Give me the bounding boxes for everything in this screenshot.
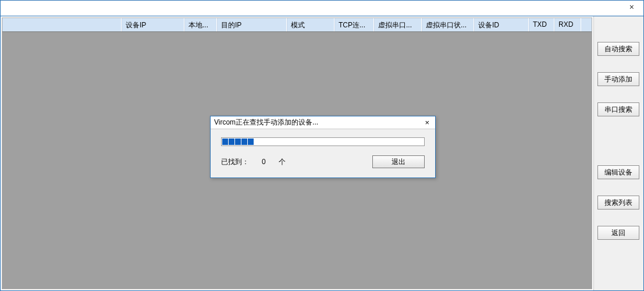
manual-add-button[interactable]: 手动添加 [597,72,639,86]
found-unit: 个 [279,157,286,167]
grid-header: 设备IP本地...目的IP模式TCP连...虚拟串口...虚拟串口状...设备I… [2,18,592,32]
found-label: 已找到： [221,157,249,167]
auto-search-button[interactable]: 自动搜索 [597,42,639,56]
dialog-body: 已找到： 0 个 退出 [211,129,435,178]
close-icon[interactable]: × [625,2,639,12]
column-header[interactable]: TCP连... [335,18,374,31]
progress-block [235,139,241,145]
column-header[interactable]: TXD [529,18,554,31]
column-header[interactable]: 目的IP [217,18,287,31]
found-text: 已找到： 0 个 [221,157,286,167]
progress-block [241,139,247,145]
progress-block [222,139,228,145]
progress-bar [221,137,425,146]
column-header[interactable]: 虚拟串口... [374,18,422,31]
dialog-row: 已找到： 0 个 退出 [221,155,425,168]
searching-dialog: Vircom正在查找手动添加的设备... × 已找到： 0 个 退出 [210,116,436,178]
dialog-close-icon[interactable]: × [422,118,432,127]
serial-search-button[interactable]: 串口搜索 [597,102,639,116]
exit-button[interactable]: 退出 [372,155,425,168]
sidebar: 自动搜索 手动添加 串口搜索 编辑设备 搜索列表 返回 [593,16,643,290]
found-count: 0 [262,158,266,166]
back-button[interactable]: 返回 [597,226,639,240]
column-header[interactable]: 虚拟串口状... [422,18,474,31]
column-header[interactable]: 设备IP [122,18,184,31]
edit-device-button[interactable]: 编辑设备 [597,165,639,179]
search-list-button[interactable]: 搜索列表 [597,196,639,210]
column-header[interactable]: 设备ID [474,18,529,31]
main-window: × 设备IP本地...目的IP模式TCP连...虚拟串口...虚拟串口状...设… [0,0,644,291]
column-header[interactable]: 本地... [184,18,217,31]
dialog-title: Vircom正在查找手动添加的设备... [214,118,318,127]
titlebar: × [1,1,643,13]
column-header[interactable]: RXD [554,18,581,31]
dialog-titlebar: Vircom正在查找手动添加的设备... × [211,116,435,129]
progress-block [229,139,234,145]
progress-block [248,139,254,145]
column-header[interactable] [2,18,122,31]
column-header[interactable]: 模式 [287,18,335,31]
